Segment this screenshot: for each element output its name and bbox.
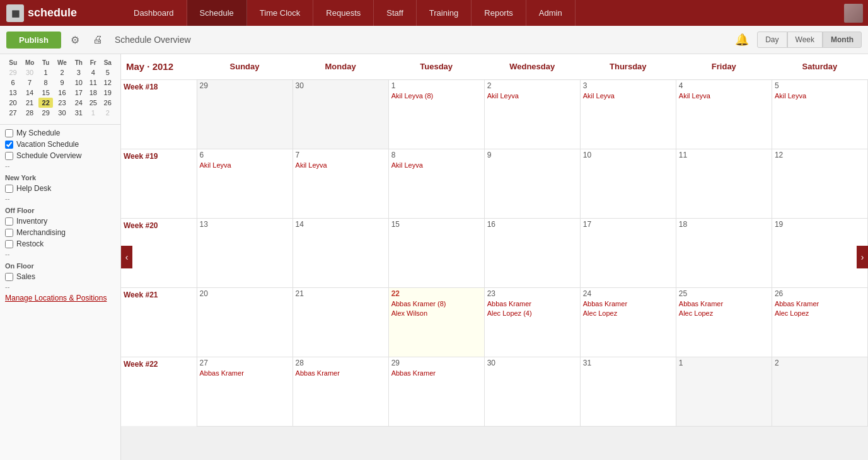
calendar-cell[interactable]: 3Akil Leyva [580,79,676,149]
nav-requests[interactable]: Requests [313,0,374,26]
vacation-schedule-checkbox[interactable] [5,141,13,149]
print-icon[interactable]: 🖨 [89,31,107,49]
calendar-cell[interactable]: 4Akil Leyva [676,79,772,149]
calendar-cell[interactable]: 2 [772,357,867,426]
calendar-event[interactable]: Akil Leyva [200,161,290,170]
nav-admin[interactable]: Admin [526,0,576,26]
mini-cal-day[interactable]: 21 [21,98,38,108]
sidebar-item-help-desk[interactable]: Help Desk [0,183,120,194]
mini-cal-day[interactable]: 12 [100,78,115,88]
calendar-cell[interactable]: 22Abbas Kramer (8)Alex Wilson [388,287,484,357]
calendar-cell[interactable]: 25Abbas KramerAlec Lopez [676,287,772,357]
nav-training[interactable]: Training [417,0,472,26]
mini-cal-day[interactable]: 8 [38,78,53,88]
sidebar-item-inventory[interactable]: Inventory [0,216,120,227]
calendar-cell[interactable]: 10 [580,149,676,218]
calendar-cell[interactable]: 28Abbas Kramer [292,357,388,426]
calendar-event[interactable]: Abbas Kramer [487,299,577,309]
calendar-cell[interactable]: 1 [676,357,772,426]
calendar-next-button[interactable]: › [857,246,868,268]
sidebar-item-vacation-schedule[interactable]: Vacation Schedule [0,139,120,150]
mini-cal-day[interactable]: 9 [53,78,71,88]
calendar-event[interactable]: Abbas Kramer [583,299,673,309]
calendar-cell[interactable]: 1Akil Leyva (8) [388,79,484,149]
calendar-cell[interactable]: 9 [484,149,580,218]
calendar-event[interactable]: Abbas Kramer [296,369,386,378]
mini-cal-day[interactable]: 30 [53,108,71,118]
calendar-event[interactable]: Akil Leyva (8) [391,91,482,101]
mini-cal-day[interactable]: 11 [86,78,100,88]
sidebar-item-schedule-overview[interactable]: Schedule Overview [0,150,120,161]
calendar-event[interactable]: Alec Lopez [679,309,769,318]
mini-cal-day[interactable]: 19 [100,88,115,98]
calendar-cell[interactable]: 30 [292,79,388,149]
calendar-event[interactable]: Akil Leyva [775,91,865,101]
mini-cal-day[interactable]: 29 [38,108,53,118]
calendar-cell[interactable]: 27Abbas Kramer [197,357,292,426]
publish-button[interactable]: Publish [6,32,61,49]
calendar-cell[interactable]: 6Akil Leyva [197,149,292,218]
my-schedule-checkbox[interactable] [5,129,13,137]
calendar-cell[interactable]: 29Abbas Kramer [388,357,484,426]
mini-cal-day[interactable]: 29 [5,67,21,78]
calendar-event[interactable]: Alec Lopez [583,309,673,318]
nav-dashboard[interactable]: Dashboard [121,0,187,26]
calendar-cell[interactable]: 23Abbas KramerAlec Lopez (4) [484,287,580,357]
calendar-prev-button[interactable]: ‹ [121,246,132,268]
calendar-cell[interactable]: 15 [388,218,484,287]
sidebar-item-merchandising[interactable]: Merchandising [0,227,120,238]
calendar-cell[interactable]: 11 [676,149,772,218]
merchandising-checkbox[interactable] [5,229,13,237]
view-week-button[interactable]: Week [787,32,823,48]
sidebar-item-restock[interactable]: Restock [0,238,120,250]
calendar-cell[interactable]: 13 [197,218,292,287]
nav-user[interactable] [839,4,868,23]
restock-checkbox[interactable] [5,240,13,248]
calendar-event[interactable]: Abbas Kramer (8) [391,299,482,309]
calendar-cell[interactable]: 5Akil Leyva [772,79,867,149]
calendar-event[interactable]: Alec Lopez [775,309,865,318]
mini-cal-day[interactable]: 3 [71,67,86,78]
nav-staff[interactable]: Staff [374,0,417,26]
calendar-cell[interactable]: 17 [580,218,676,287]
sales-checkbox[interactable] [5,273,13,281]
mini-cal-day[interactable]: 4 [86,67,100,78]
calendar-cell[interactable]: 8Akil Leyva [388,149,484,218]
calendar-event[interactable]: Akil Leyva [487,91,577,101]
calendar-event[interactable]: Alec Lopez (4) [487,309,577,318]
calendar-cell[interactable]: 12 [772,149,867,218]
calendar-cell[interactable]: 31 [580,357,676,426]
calendar-cell[interactable]: 24Abbas KramerAlec Lopez [580,287,676,357]
calendar-event[interactable]: Alex Wilson [391,309,482,318]
mini-cal-day[interactable]: 1 [86,108,100,118]
calendar-event[interactable]: Abbas Kramer [679,299,769,309]
view-month-button[interactable]: Month [823,32,862,48]
calendar-cell[interactable]: 18 [676,218,772,287]
calendar-cell[interactable]: 14 [292,218,388,287]
mini-cal-day[interactable]: 17 [71,88,86,98]
schedule-overview-checkbox[interactable] [5,152,13,160]
mini-cal-day[interactable]: 2 [100,108,115,118]
calendar-event[interactable]: Akil Leyva [583,91,673,101]
mini-cal-day[interactable]: 13 [5,88,21,98]
nav-timeclock[interactable]: Time Clock [247,0,314,26]
calendar-cell[interactable]: 21 [292,287,388,357]
calendar-cell[interactable]: 19 [772,218,867,287]
mini-cal-day[interactable]: 5 [100,67,115,78]
inventory-checkbox[interactable] [5,217,13,226]
mini-cal-day[interactable]: 16 [53,88,71,98]
calendar-event[interactable]: Abbas Kramer [391,369,482,378]
nav-reports[interactable]: Reports [472,0,526,26]
sidebar-item-sales[interactable]: Sales [0,271,120,282]
calendar-cell[interactable]: 2Akil Leyva [484,79,580,149]
sidebar-item-my-schedule[interactable]: My Schedule [0,127,120,139]
calendar-cell[interactable]: 26Abbas KramerAlec Lopez [772,287,867,357]
calendar-cell[interactable]: 30 [484,357,580,426]
mini-cal-day[interactable]: 27 [5,108,21,118]
mini-cal-day[interactable]: 15 [38,88,53,98]
mini-cal-day[interactable]: 20 [5,98,21,108]
mini-cal-day[interactable]: 7 [21,78,38,88]
mini-cal-day[interactable]: 10 [71,78,86,88]
mini-cal-day[interactable]: 26 [100,98,115,108]
calendar-cell[interactable]: 29 [197,79,292,149]
